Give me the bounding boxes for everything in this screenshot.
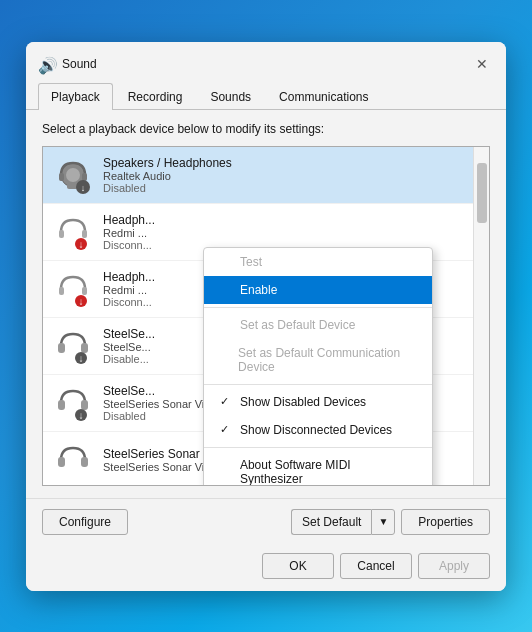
apply-button[interactable]: Apply xyxy=(418,553,490,579)
svg-text:↓: ↓ xyxy=(79,239,84,250)
context-menu: Test Enable Set as Default Device Set as… xyxy=(203,247,433,486)
device-name: Headph... xyxy=(103,213,479,227)
device-name: Speakers / Headphones xyxy=(103,156,479,170)
svg-text:↓: ↓ xyxy=(79,410,84,421)
device-icon-headphones1: ↓ xyxy=(53,212,93,252)
svg-rect-24 xyxy=(81,457,88,467)
context-item-about-midi[interactable]: About Software MIDI Synthesizer xyxy=(204,451,432,486)
tab-sounds[interactable]: Sounds xyxy=(197,83,264,110)
separator-3 xyxy=(204,447,432,448)
svg-rect-11 xyxy=(59,287,64,295)
device-driver: Redmi ... xyxy=(103,227,479,239)
svg-rect-8 xyxy=(82,230,87,238)
close-button[interactable]: ✕ xyxy=(470,52,494,76)
svg-text:↓: ↓ xyxy=(81,183,86,193)
scrollbar[interactable] xyxy=(473,147,489,485)
svg-text:↓: ↓ xyxy=(79,353,84,364)
cancel-button[interactable]: Cancel xyxy=(340,553,412,579)
set-default-button[interactable]: Set Default xyxy=(291,509,371,535)
scrollbar-thumb[interactable] xyxy=(477,163,487,223)
window-title: Sound xyxy=(62,57,470,71)
context-item-test[interactable]: Test xyxy=(204,248,432,276)
svg-rect-3 xyxy=(59,173,64,181)
separator-1 xyxy=(204,307,432,308)
ok-button[interactable]: OK xyxy=(262,553,334,579)
list-item[interactable]: ↓ Speakers / Headphones Realtek Audio Di… xyxy=(43,147,489,204)
description-text: Select a playback device below to modify… xyxy=(42,122,490,136)
device-info-headphones1: Headph... Redmi ... Disconn... xyxy=(103,213,479,251)
sound-dialog: 🔊 Sound ✕ Playback Recording Sounds Comm… xyxy=(26,42,506,591)
device-driver: Realtek Audio xyxy=(103,170,479,182)
svg-rect-12 xyxy=(82,287,87,295)
context-item-set-default[interactable]: Set as Default Device xyxy=(204,311,432,339)
device-list-container: ↓ Speakers / Headphones Realtek Audio Di… xyxy=(42,146,490,486)
tab-content: Select a playback device below to modify… xyxy=(26,110,506,498)
set-default-arrow[interactable]: ▼ xyxy=(371,509,395,535)
svg-point-1 xyxy=(66,168,80,182)
svg-rect-15 xyxy=(58,343,65,353)
svg-rect-23 xyxy=(58,457,65,467)
device-icon-steelseries2: ↓ xyxy=(53,383,93,423)
bottom-bar-left: Configure xyxy=(42,509,283,535)
device-icon-steelseries1: ↓ xyxy=(53,326,93,366)
bottom-bar-right: Set Default ▼ Properties xyxy=(291,509,490,535)
bottom-bar: Configure Set Default ▼ Properties xyxy=(26,498,506,545)
svg-rect-7 xyxy=(59,230,64,238)
device-icon-speakers: ↓ xyxy=(53,155,93,195)
set-default-split: Set Default ▼ xyxy=(291,509,395,535)
svg-rect-4 xyxy=(82,173,87,181)
device-icon-headphones2: ↓ xyxy=(53,269,93,309)
tab-playback[interactable]: Playback xyxy=(38,83,113,110)
device-info-speakers: Speakers / Headphones Realtek Audio Disa… xyxy=(103,156,479,194)
dialog-buttons: OK Cancel Apply xyxy=(26,545,506,591)
device-status: Disabled xyxy=(103,182,479,194)
tab-bar: Playback Recording Sounds Communications xyxy=(26,78,506,110)
context-item-show-disabled[interactable]: ✓ Show Disabled Devices xyxy=(204,388,432,416)
context-item-set-default-comm[interactable]: Set as Default Communication Device xyxy=(204,339,432,381)
sound-icon: 🔊 xyxy=(38,56,54,72)
tab-recording[interactable]: Recording xyxy=(115,83,196,110)
configure-button[interactable]: Configure xyxy=(42,509,128,535)
svg-rect-20 xyxy=(81,400,88,410)
svg-rect-19 xyxy=(58,400,65,410)
context-item-enable[interactable]: Enable xyxy=(204,276,432,304)
context-item-show-disconnected[interactable]: ✓ Show Disconnected Devices xyxy=(204,416,432,444)
check-show-disconnected: ✓ xyxy=(220,423,236,436)
titlebar: 🔊 Sound ✕ xyxy=(26,42,506,78)
properties-button[interactable]: Properties xyxy=(401,509,490,535)
tab-communications[interactable]: Communications xyxy=(266,83,381,110)
svg-text:↓: ↓ xyxy=(79,296,84,307)
separator-2 xyxy=(204,384,432,385)
check-show-disabled: ✓ xyxy=(220,395,236,408)
device-icon-steelseries-mic xyxy=(53,440,93,480)
svg-rect-16 xyxy=(81,343,88,353)
